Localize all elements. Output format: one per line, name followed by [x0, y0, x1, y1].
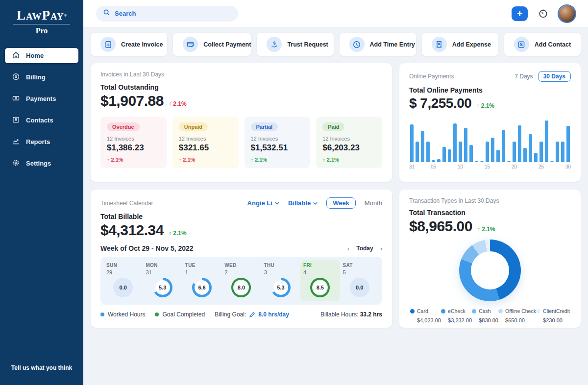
- day-date: 2: [224, 269, 258, 275]
- week-days-panel: SUN290.0MON315.3TUE16.6WED28.0THU35.3FRI…: [100, 257, 382, 305]
- status-box-unpaid[interactable]: Unpaid 12 Invoices $321.65 ↑ 2.1%: [172, 117, 239, 168]
- legend-name: Card: [417, 308, 428, 314]
- day-name: MON: [146, 263, 179, 268]
- bar: [425, 118, 431, 162]
- legend-entry: eCheck: [441, 308, 472, 314]
- status-delta: ↑ 2.1%: [179, 157, 232, 163]
- status-delta: ↑ 2.1%: [251, 157, 304, 163]
- legend-value: $4,023.00: [410, 317, 441, 323]
- sidebar-item-reports[interactable]: Reports: [5, 134, 78, 149]
- collect-payment-button[interactable]: Collect Payment: [173, 33, 251, 56]
- billing-goal-value[interactable]: 8.0 hrs/day: [258, 311, 289, 318]
- bar-rect: [539, 142, 543, 162]
- quick-action-label: Collect Payment: [203, 41, 251, 48]
- hours-ring-wrap: 8.5: [303, 278, 337, 297]
- bar: [468, 118, 474, 162]
- day-name: SUN: [106, 263, 140, 268]
- sidebar-item-payments[interactable]: Payments: [5, 91, 78, 106]
- timesheet-card: Timesheet Calendar Angie Li Billable Wee…: [91, 190, 392, 328]
- bar-rect: [448, 149, 451, 162]
- sidebar-item-settings[interactable]: Settings: [5, 156, 78, 171]
- x-tick: [425, 164, 431, 169]
- day-date: 29: [106, 269, 140, 275]
- svg-text:$: $: [15, 74, 17, 79]
- delta-badge: ↑ 2.1%: [169, 230, 187, 237]
- status-badge: Partial: [251, 122, 278, 131]
- status-box-partial[interactable]: Partial 12 Invoices $1,532.51 ↑ 2.1%: [245, 117, 311, 168]
- week-view-button[interactable]: Week: [326, 197, 356, 209]
- day-date: 3: [264, 269, 297, 275]
- hours-ring: 5.3: [271, 278, 291, 297]
- today-button[interactable]: Today: [356, 245, 373, 252]
- search-icon: [103, 9, 110, 18]
- bar: [490, 118, 495, 162]
- sidebar-item-billing[interactable]: $ Billing: [5, 70, 78, 85]
- status-box-overdue[interactable]: Overdue 12 Invoices $1,386.23 ↑ 2.1%: [100, 117, 167, 168]
- x-tick: [555, 164, 560, 169]
- create-invoice-button[interactable]: $ Create Invoice: [91, 33, 167, 56]
- status-amount: $1,386.23: [107, 143, 160, 153]
- day-date: 4: [303, 269, 337, 275]
- quick-actions-row: $ Create Invoice Collect Payment $ Trust…: [91, 33, 581, 56]
- total-outstanding-value: $1,907.88: [100, 93, 164, 109]
- feedback-link[interactable]: Tell us what you think: [0, 364, 83, 371]
- billable-filter-dropdown[interactable]: Billable: [288, 199, 318, 207]
- bar: [501, 118, 506, 162]
- day-cell-sun[interactable]: SUN290.0: [103, 260, 143, 301]
- sidebar-item-contacts[interactable]: Contacts: [5, 113, 78, 128]
- x-tick: [474, 164, 479, 169]
- add-time-entry-button[interactable]: Add Time Entry: [340, 33, 416, 56]
- bar: [447, 118, 452, 162]
- home-icon: [12, 51, 20, 60]
- timer-icon[interactable]: [538, 8, 549, 19]
- bar-rect: [480, 161, 484, 162]
- bar-rect: [410, 124, 414, 162]
- legend-dot: [410, 309, 415, 313]
- bar-rect: [437, 159, 441, 162]
- day-name: SAT: [343, 263, 376, 268]
- month-view-button[interactable]: Month: [365, 199, 382, 207]
- dollar-circle-icon: $: [12, 73, 20, 82]
- x-tick: [495, 164, 501, 169]
- sidebar-item-home[interactable]: Home: [5, 48, 78, 63]
- trust-request-button[interactable]: $ Trust Request: [257, 33, 333, 56]
- registered-mark: ®: [64, 14, 67, 17]
- x-tick: [415, 164, 420, 169]
- day-cell-mon[interactable]: MON315.3: [143, 260, 182, 301]
- invoice-count: 12 Invoices: [107, 136, 160, 142]
- x-tick: [420, 164, 425, 169]
- range-30-days-button[interactable]: 30 Days: [538, 71, 571, 82]
- legend-item: Cash$830.00: [472, 308, 498, 323]
- next-week-button[interactable]: ›: [380, 245, 382, 252]
- bar: [533, 118, 539, 162]
- day-cell-sat[interactable]: SAT50.0: [340, 260, 379, 301]
- hours-ring-wrap: 5.3: [264, 278, 297, 297]
- range-7-days-button[interactable]: 7 Days: [514, 73, 533, 80]
- day-cell-thu[interactable]: THU35.3: [261, 260, 300, 301]
- x-tick: [501, 164, 506, 169]
- day-name: THU: [264, 263, 297, 268]
- legend-entry: Card: [410, 308, 441, 314]
- status-box-paid[interactable]: Paid 12 Invoices $6,203.23 ↑ 2.1%: [316, 117, 382, 168]
- user-filter-dropdown[interactable]: Angie Li: [247, 199, 279, 207]
- add-contact-button[interactable]: Add Contact: [504, 33, 581, 56]
- logo-pro-label: Pro: [0, 26, 83, 35]
- user-avatar[interactable]: [559, 5, 575, 22]
- lawpay-dashboard: LawPay® Pro Home $ Billing Payments Cont…: [0, 0, 588, 385]
- sidebar-item-label: Billing: [26, 73, 46, 81]
- day-cell-fri[interactable]: FRI48.5: [300, 260, 340, 301]
- legend-value: $830.00: [472, 317, 498, 323]
- add-expense-button[interactable]: Add Expense: [422, 33, 498, 56]
- x-tick: [528, 164, 533, 169]
- day-cell-wed[interactable]: WED28.0: [221, 260, 261, 301]
- hours-value: 5.3: [273, 280, 288, 295]
- billable-hours-label: Billable Hours:: [320, 311, 358, 318]
- quick-add-button[interactable]: +: [512, 6, 528, 21]
- hours-value: 8.5: [313, 281, 327, 294]
- day-date: 31: [146, 269, 179, 275]
- prev-week-button[interactable]: ‹: [347, 245, 349, 252]
- day-cell-tue[interactable]: TUE16.6: [182, 260, 221, 301]
- search-input[interactable]: Search: [96, 6, 238, 22]
- week-range-label: Week of Oct 29 - Nov 5, 2022: [100, 244, 194, 252]
- x-tick: 30: [565, 164, 571, 169]
